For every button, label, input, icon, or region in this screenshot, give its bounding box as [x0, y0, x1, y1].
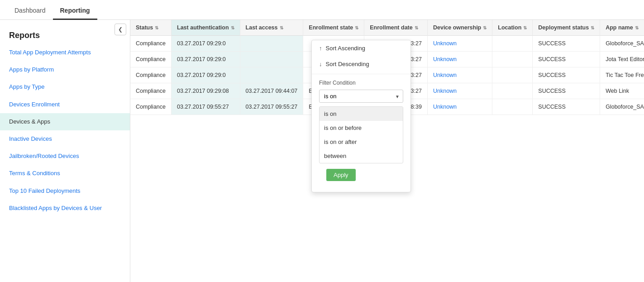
cell-status: Compliance	[130, 36, 172, 52]
sidebar-item-inactive-devices[interactable]: Inactive Devices	[0, 130, 130, 148]
column-filter-dropdown: ↑ Sort Ascending ↓ Sort Descending Filte…	[311, 40, 411, 192]
cell-last-auth: 03.27.2017 09:29:08	[172, 83, 240, 99]
content-area: Status ⇅ Last authentication ⇅ Last acce…	[130, 20, 644, 282]
filter-options-list: is on is on or before is on or after bet…	[319, 106, 403, 163]
sidebar-toggle-button[interactable]: ❮	[114, 24, 126, 35]
cell-status: Compliance	[130, 67, 172, 83]
cell-app-name: Globoforce_SA	[600, 99, 644, 115]
cell-deployment-status: SUCCESS	[533, 52, 600, 67]
sort-icon-deployment-status: ⇅	[591, 25, 594, 30]
cell-deployment-status: SUCCESS	[533, 67, 600, 83]
col-header-deployment-status[interactable]: Deployment status ⇅	[533, 20, 600, 36]
filter-option-between[interactable]: between	[320, 149, 403, 163]
col-header-app-name[interactable]: App name ⇅	[600, 20, 644, 36]
cell-location	[492, 99, 533, 115]
col-header-enrollment-state[interactable]: Enrollment state ⇅	[303, 20, 364, 36]
table-header-row: Status ⇅ Last authentication ⇅ Last acce…	[130, 20, 644, 36]
cell-last-auth: 03.27.2017 09:55:27	[172, 99, 240, 115]
tab-dashboard[interactable]: Dashboard	[7, 2, 53, 20]
cell-device-ownership: Unknown	[427, 36, 492, 52]
sidebar-item-apps-by-platform[interactable]: Apps by Platform	[0, 61, 130, 78]
cell-deployment-status: SUCCESS	[533, 99, 600, 115]
sort-icon-status: ⇅	[155, 25, 158, 30]
sort-icon-device-ownership: ⇅	[483, 25, 487, 30]
cell-last-access	[240, 36, 303, 52]
cell-status: Compliance	[130, 52, 172, 67]
chevron-left-icon: ❮	[118, 26, 123, 33]
col-header-status[interactable]: Status ⇅	[130, 20, 172, 36]
filter-condition-label: Filter Condition	[312, 76, 410, 88]
sort-descending-label: Sort Descending	[326, 61, 369, 67]
sidebar-title: Reports	[0, 24, 130, 44]
sort-icon-location: ⇅	[523, 25, 527, 30]
sort-icon-last-auth: ⇅	[231, 25, 234, 30]
col-header-last-access[interactable]: Last access ⇅	[240, 20, 303, 36]
cell-status: Compliance	[130, 83, 172, 99]
sort-ascending-label: Sort Ascending	[326, 45, 365, 52]
cell-last-auth: 03.27.2017 09:29:0	[172, 52, 240, 67]
sidebar-item-apps-by-type[interactable]: Apps by Type	[0, 78, 130, 96]
sort-desc-icon: ↓	[319, 61, 322, 67]
filter-select-wrapper: is on is on or before is on or after bet…	[319, 90, 403, 103]
cell-deployment-status: SUCCESS	[533, 36, 600, 52]
cell-device-ownership: Unknown	[427, 99, 492, 115]
cell-location	[492, 36, 533, 52]
filter-option-is-on[interactable]: is on	[320, 107, 403, 121]
cell-device-ownership: Unknown	[427, 83, 492, 99]
sidebar-item-jailbroken-rooted[interactable]: Jailbroken/Rooted Devices	[0, 148, 130, 165]
top-nav: Dashboard Reporting	[0, 0, 644, 20]
sort-icon-enrollment-state: ⇅	[355, 25, 358, 30]
sidebar-item-top-10-failed[interactable]: Top 10 Failed Deployments	[0, 182, 130, 200]
dropdown-divider	[312, 74, 410, 74]
cell-last-access: 03.27.2017 09:55:27	[240, 99, 303, 115]
col-header-last-auth[interactable]: Last authentication ⇅	[172, 20, 240, 36]
apply-filter-button[interactable]: Apply	[326, 169, 356, 181]
cell-app-name: Jota Text Editor	[600, 52, 644, 67]
cell-last-access	[240, 52, 303, 67]
cell-location	[492, 67, 533, 83]
sort-icon-last-access: ⇅	[280, 25, 283, 30]
sort-ascending-option[interactable]: ↑ Sort Ascending	[312, 40, 410, 56]
cell-last-auth: 03.27.2017 09:29:0	[172, 67, 240, 83]
cell-device-ownership: Unknown	[427, 52, 492, 67]
tab-reporting[interactable]: Reporting	[53, 2, 97, 20]
sidebar-item-terms-conditions[interactable]: Terms & Conditions	[0, 165, 130, 182]
cell-last-access: 03.27.2017 09:44:07	[240, 83, 303, 99]
filter-option-is-on-or-before[interactable]: is on or before	[320, 121, 403, 135]
sort-icon-enrollment-date: ⇅	[415, 25, 418, 30]
cell-location	[492, 52, 533, 67]
cell-location	[492, 83, 533, 99]
sort-descending-option[interactable]: ↓ Sort Descending	[312, 56, 410, 72]
sort-asc-icon: ↑	[319, 45, 322, 52]
cell-device-ownership: Unknown	[427, 67, 492, 83]
cell-app-name: Tic Tac Toe Fre	[600, 67, 644, 83]
cell-app-name: Globoforce_SA	[600, 36, 644, 52]
sidebar: Reports ❮ Total App Deployment Attempts …	[0, 20, 130, 282]
cell-app-name: Web Link	[600, 83, 644, 99]
sort-icon-app-name: ⇅	[635, 25, 639, 30]
sidebar-item-total-app-deployment[interactable]: Total App Deployment Attempts	[0, 44, 130, 61]
col-header-enrollment-date[interactable]: Enrollment date ⇅	[364, 20, 428, 36]
sidebar-item-blacklisted-apps[interactable]: Blacklisted Apps by Devices & User	[0, 200, 130, 217]
col-header-device-ownership[interactable]: Device ownership ⇅	[427, 20, 492, 36]
sidebar-item-devices-apps[interactable]: Devices & Apps	[0, 113, 130, 130]
cell-deployment-status: SUCCESS	[533, 83, 600, 99]
cell-last-access	[240, 67, 303, 83]
filter-option-is-on-or-after[interactable]: is on or after	[320, 135, 403, 149]
cell-status: Compliance	[130, 99, 172, 115]
sidebar-item-devices-enrollment[interactable]: Devices Enrollment	[0, 96, 130, 113]
main-layout: Reports ❮ Total App Deployment Attempts …	[0, 20, 644, 282]
cell-last-auth: 03.27.2017 09:29:0	[172, 36, 240, 52]
filter-condition-select[interactable]: is on is on or before is on or after bet…	[319, 90, 403, 103]
col-header-location[interactable]: Location ⇅	[492, 20, 533, 36]
